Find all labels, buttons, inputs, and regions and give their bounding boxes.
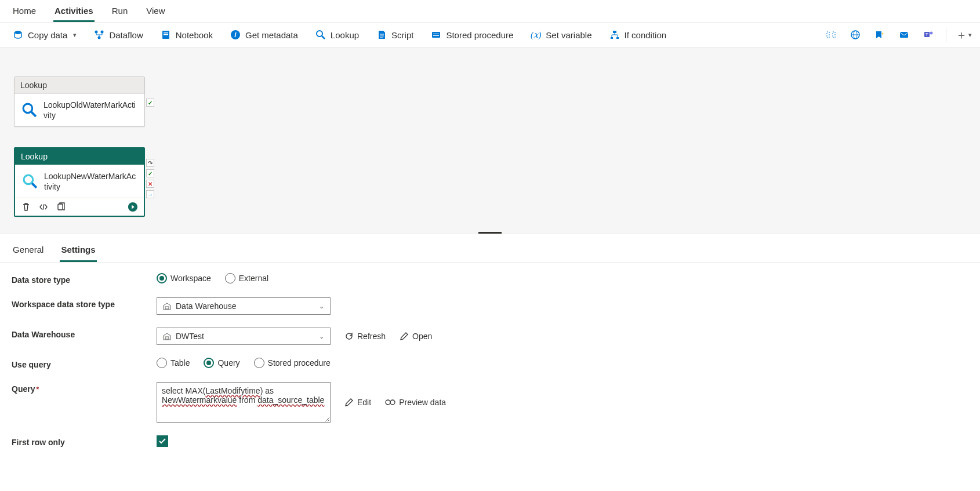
copy-data-button[interactable]: Copy data ▾ xyxy=(9,27,80,42)
detail-tabs: General Settings xyxy=(0,234,980,263)
set-variable-button[interactable]: (𝑥) Set variable xyxy=(527,27,595,42)
svg-point-28 xyxy=(24,175,33,184)
radio-group-data-store-type: Workspace External xyxy=(157,273,268,283)
refresh-icon xyxy=(344,332,354,341)
svg-rect-14 xyxy=(613,31,616,33)
svg-point-9 xyxy=(317,31,322,37)
select-workspace-data-store-type[interactable]: Data Warehouse ⌄ xyxy=(157,297,331,315)
radio-stored-procedure[interactable]: Stored procedure xyxy=(254,358,331,368)
activity-card-lookup-old[interactable]: Lookup LookupOldWaterMarkActivity xyxy=(14,77,145,127)
toolbar-extra-icon-2[interactable] xyxy=(873,28,887,42)
open-button[interactable]: Open xyxy=(400,332,432,341)
if-condition-icon xyxy=(609,30,620,40)
svg-rect-12 xyxy=(433,34,439,34)
activity-card-lookup-new[interactable]: Lookup LookupNewWaterMarkActivity xyxy=(14,147,145,217)
svg-rect-11 xyxy=(432,32,440,38)
query-textarea[interactable]: select MAX(LastModifytime) as NewWaterma… xyxy=(157,382,331,423)
tab-view[interactable]: View xyxy=(145,3,166,22)
tab-run[interactable]: Run xyxy=(111,3,129,22)
code-icon[interactable] xyxy=(38,202,49,212)
preview-data-label: Preview data xyxy=(399,398,446,407)
add-button[interactable]: ＋▾ xyxy=(957,28,971,42)
svg-line-10 xyxy=(322,36,325,39)
checkbox-first-row-only[interactable] xyxy=(157,435,168,447)
stored-procedure-button[interactable]: Stored procedure xyxy=(427,27,517,42)
script-label: Script xyxy=(391,30,413,40)
dataflow-button[interactable]: Dataflow xyxy=(90,27,146,42)
lookup-button[interactable]: Lookup xyxy=(312,27,362,42)
activity-type-label: Lookup xyxy=(14,77,144,94)
radio-workspace-label: Workspace xyxy=(170,274,211,283)
notebook-label: Notebook xyxy=(176,30,213,40)
radio-external-label: External xyxy=(239,274,268,283)
lookup-icon xyxy=(22,173,38,190)
label-use-query: Use query xyxy=(12,358,157,369)
stored-procedure-icon xyxy=(431,30,441,40)
radio-table[interactable]: Table xyxy=(157,358,190,368)
panel-resize-grip[interactable] xyxy=(478,232,502,234)
activity-name: LookupNewWaterMarkActivity xyxy=(44,171,137,192)
svg-point-34 xyxy=(386,400,390,405)
if-condition-label: If condition xyxy=(625,30,667,40)
if-condition-button[interactable]: If condition xyxy=(606,27,670,42)
svg-point-2 xyxy=(101,31,104,34)
completion-handle[interactable]: ↷ xyxy=(146,159,154,167)
preview-icon xyxy=(385,399,395,406)
set-variable-label: Set variable xyxy=(546,30,591,40)
label-data-warehouse: Data Warehouse xyxy=(12,328,157,339)
success-handle[interactable]: ✓ xyxy=(146,169,154,177)
chevron-down-icon: ⌄ xyxy=(319,303,324,310)
teams-icon[interactable]: T xyxy=(921,28,935,42)
radio-external[interactable]: External xyxy=(225,273,268,283)
edit-label: Edit xyxy=(357,398,371,407)
select-data-warehouse[interactable]: DWTest ⌄ xyxy=(157,328,331,345)
svg-point-26 xyxy=(23,104,32,113)
svg-point-25 xyxy=(930,32,933,35)
toolbar-extra-icon-1[interactable] xyxy=(824,28,838,42)
tab-activities[interactable]: Activities xyxy=(53,3,95,22)
failure-handle[interactable]: ✕ xyxy=(146,180,154,188)
activity2-handles: ↷ ✓ ✕ → xyxy=(146,159,154,198)
mail-icon[interactable] xyxy=(897,28,911,42)
notebook-button[interactable]: Notebook xyxy=(157,27,216,42)
edit-button[interactable]: Edit xyxy=(344,398,371,407)
svg-rect-6 xyxy=(164,34,168,35)
select-value: Data Warehouse xyxy=(176,301,237,311)
svg-line-27 xyxy=(31,112,36,117)
svg-rect-32 xyxy=(165,307,169,309)
get-metadata-label: Get metadata xyxy=(245,30,298,40)
copy-icon[interactable] xyxy=(56,202,66,212)
svg-point-3 xyxy=(98,37,101,39)
activity1-handles: ✓ xyxy=(146,99,154,107)
label-data-store-type: Data store type xyxy=(12,273,157,285)
tab-settings[interactable]: Settings xyxy=(60,242,96,262)
activity-name: LookupOldWaterMarkActivity xyxy=(43,100,137,121)
run-icon[interactable] xyxy=(128,202,138,212)
svg-point-35 xyxy=(390,400,395,405)
script-button[interactable]: Script xyxy=(373,27,417,42)
copy-data-icon xyxy=(13,30,23,40)
delete-icon[interactable] xyxy=(21,202,31,212)
dataflow-label: Dataflow xyxy=(109,30,143,40)
get-metadata-button[interactable]: i Get metadata xyxy=(227,27,302,42)
copy-data-label: Copy data xyxy=(28,30,67,40)
script-icon xyxy=(376,30,387,40)
radio-query[interactable]: Query xyxy=(204,358,239,368)
radio-workspace[interactable]: Workspace xyxy=(157,273,211,283)
lookup-icon xyxy=(21,102,38,118)
pipeline-canvas[interactable]: Lookup LookupOldWaterMarkActivity ✓ Look… xyxy=(0,48,980,234)
success-handle[interactable]: ✓ xyxy=(146,99,154,107)
skip-handle[interactable]: → xyxy=(146,190,154,198)
toolbar-divider xyxy=(946,28,946,42)
svg-rect-17 xyxy=(827,32,829,38)
refresh-button[interactable]: Refresh xyxy=(344,332,386,341)
radio-sp-label: Stored procedure xyxy=(268,358,331,368)
svg-rect-33 xyxy=(165,337,169,339)
toolbar-right: T ＋▾ xyxy=(824,28,971,42)
lookup-icon xyxy=(315,30,326,40)
tab-general[interactable]: General xyxy=(12,242,45,262)
globe-icon[interactable] xyxy=(848,28,862,42)
preview-data-button[interactable]: Preview data xyxy=(385,398,446,407)
tab-home[interactable]: Home xyxy=(12,3,37,22)
edit-icon xyxy=(344,398,354,407)
